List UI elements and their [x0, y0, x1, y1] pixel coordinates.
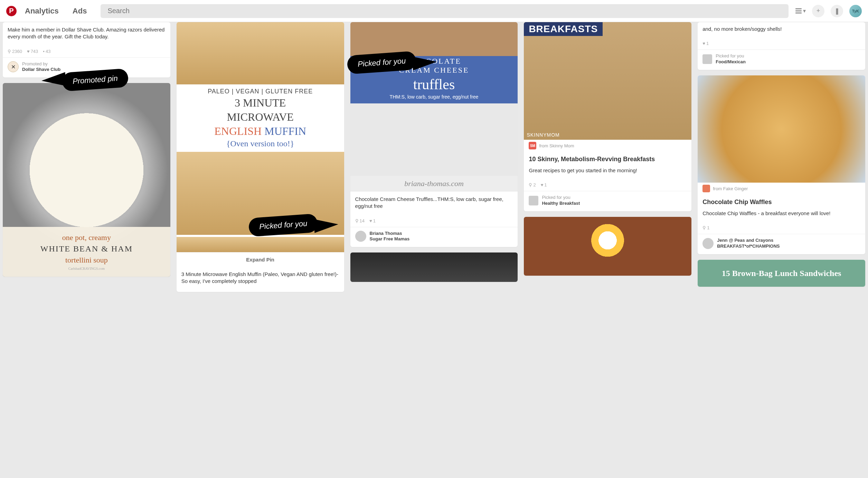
pin-description: 3 Minute Microwave English Muffin (Paleo… [181, 271, 339, 285]
stat-pins: ⚲2360 [8, 49, 22, 54]
pinner-name: Briana Thomas [370, 231, 410, 237]
picked-label: Picked for you [716, 53, 746, 59]
overlay-watermark: SKINNYMOM [527, 132, 559, 138]
pinterest-logo[interactable]: P [6, 6, 17, 16]
stat-pins: ⚲14 [355, 218, 365, 223]
pin-image: 15 Brown-Bag Lunch Sandwiches [698, 260, 865, 287]
pin-stats: ⚲2360 ♥743 ▪43 [3, 47, 170, 57]
stat-pins: ⚲2 [529, 182, 536, 187]
comment-icon: ▪ [43, 49, 45, 54]
pin-promoted[interactable]: Make him a member in Dollar Shave Club. … [3, 22, 170, 77]
pin-source[interactable]: SM from Skinny Mom [524, 140, 691, 149]
pin-description: Make him a member in Dollar Shave Club. … [8, 26, 166, 40]
pin-description: Chocolate Chip Waffles - a breakfast eve… [702, 210, 860, 217]
heart-icon: ♥ [702, 41, 705, 46]
pin-card[interactable]: CHOCOLATE CREAM CHEESE truffles THM:S, l… [350, 22, 518, 247]
pin-card[interactable] [524, 217, 691, 276]
pin-icon: ⚲ [8, 49, 11, 54]
source-text: from Skinny Mom [539, 143, 574, 148]
promoter-avatar: ✕ [8, 61, 19, 72]
source-text: from Fake Ginger [713, 186, 748, 191]
pin-feed: Make him a member in Dollar Shave Club. … [0, 22, 868, 306]
picked-for-you[interactable]: Picked for you Food/Mexican [698, 49, 865, 70]
feed-column: and, no more broken/soggy shells! ♥1 Pic… [698, 22, 865, 292]
pin-image [350, 252, 518, 282]
pin-description: and, no more broken/soggy shells! [702, 26, 860, 33]
heart-icon: ♥ [27, 49, 30, 54]
pin-description: Chocolate Cream Cheese Truffles...THM:S,… [355, 196, 513, 210]
expand-pin-button[interactable]: Expand Pin [177, 252, 344, 267]
pin-stats: ⚲1 [698, 224, 865, 234]
promoted-label: Promoted by [22, 61, 60, 67]
pin-card[interactable] [350, 252, 518, 282]
stat-likes: ♥743 [27, 49, 38, 54]
source-badge: SM [529, 142, 536, 149]
pin-image [177, 152, 344, 235]
profile-avatar[interactable]: TyK [849, 5, 862, 17]
pin-source[interactable]: from Fake Ginger [698, 183, 865, 192]
messages-button[interactable]: ❚ [831, 5, 843, 17]
promoted-attribution[interactable]: ✕ Promoted by Dollar Shave Club [3, 57, 170, 78]
board-thumb [702, 54, 712, 64]
board-thumb [529, 196, 538, 205]
pin-card[interactable]: and, no more broken/soggy shells! ♥1 Pic… [698, 22, 865, 70]
pin-icon: ⚲ [529, 182, 532, 187]
list-icon [795, 8, 802, 13]
pin-image: CHOCOLATE CREAM CHEESE truffles THM:S, l… [350, 22, 518, 192]
picked-label: Picked for you [542, 195, 580, 201]
pin-card[interactable]: 15 Brown-Bag Lunch Sandwiches [698, 260, 865, 287]
feed-column: Make him a member in Dollar Shave Club. … [3, 22, 170, 292]
pin-image: BREAKFASTS SKINNYMOM [524, 22, 691, 140]
stat-pins: ⚲1 [702, 225, 709, 230]
feed-column: BREAKFASTS SKINNYMOM SM from Skinny Mom … [524, 22, 691, 292]
pin-description: Great recipes to get you started in the … [529, 167, 687, 174]
header: P Analytics Ads ▾ + ❚ TyK [0, 0, 868, 22]
pin-icon: ⚲ [355, 218, 359, 223]
pin-stats: ⚲14 ♥1 [350, 217, 518, 227]
pin-card[interactable]: one pot, creamy WHITE BEAN & HAM tortell… [3, 83, 170, 277]
pin-icon: ⚲ [702, 225, 706, 230]
stat-likes: ♥1 [369, 218, 376, 223]
overlay-text: 15 Brown-Bag Lunch Sandwiches [722, 269, 841, 278]
add-button[interactable]: + [812, 5, 824, 17]
search-input[interactable] [101, 4, 789, 18]
feed-column: CHOCOLATE CREAM CHEESE truffles THM:S, l… [350, 22, 518, 292]
pin-text-overlay: PALEO | VEGAN | GLUTEN FREE 3 MINUTE MIC… [177, 84, 344, 152]
nav-ads[interactable]: Ads [73, 7, 87, 16]
pinner-avatar [702, 238, 714, 249]
picked-board: Food/Mexican [716, 59, 746, 65]
promoter-name: Dollar Shave Club [22, 67, 60, 73]
nav-analytics[interactable]: Analytics [25, 7, 59, 16]
source-badge [702, 185, 710, 192]
pin-card[interactable]: BREAKFASTS SKINNYMOM SM from Skinny Mom … [524, 22, 691, 211]
pinner-avatar [355, 231, 366, 242]
pin-image [698, 75, 865, 183]
pin-attribution[interactable]: Briana Thomas Sugar Free Mamas [350, 227, 518, 247]
picked-board: Healthy Breakfast [542, 201, 580, 206]
heart-icon: ♥ [369, 218, 372, 223]
heart-icon: ♥ [541, 182, 544, 187]
pin-image: one pot, creamy WHITE BEAN & HAM tortell… [3, 83, 170, 277]
pin-title: Chocolate Chip Waffles [702, 199, 860, 206]
pin-stats: ♥1 [698, 39, 865, 49]
pin-image [177, 22, 344, 84]
stat-comments: ▪43 [43, 49, 50, 54]
pin-card[interactable]: PALEO | VEGAN | GLUTEN FREE 3 MINUTE MIC… [177, 22, 344, 292]
stat-likes: ♥1 [541, 182, 547, 187]
pinner-name: Jenn @ Peas and Crayons [717, 238, 780, 243]
chat-icon: ❚ [834, 7, 840, 15]
board-name: Sugar Free Mamas [370, 236, 410, 242]
plus-icon: + [817, 7, 820, 15]
pin-text-overlay: one pot, creamy WHITE BEAN & HAM tortell… [3, 227, 170, 277]
pin-title: 10 Skinny, Metabolism-Revving Breakfasts [529, 156, 687, 163]
pin-image [524, 217, 691, 276]
pin-attribution[interactable]: Jenn @ Peas and Crayons BREAKFAST*of*CHA… [698, 234, 865, 254]
pin-card[interactable]: from Fake Ginger Chocolate Chip Waffles … [698, 75, 865, 254]
view-mode-toggle[interactable]: ▾ [795, 8, 806, 14]
overlay-heading: BREAKFASTS [524, 22, 603, 36]
stat-likes: ♥1 [702, 41, 709, 46]
chevron-down-icon: ▾ [803, 8, 806, 14]
board-name: BREAKFAST*of*CHAMPIONS [717, 243, 780, 249]
pin-image [177, 237, 344, 252]
picked-for-you[interactable]: Picked for you Healthy Breakfast [524, 191, 691, 211]
